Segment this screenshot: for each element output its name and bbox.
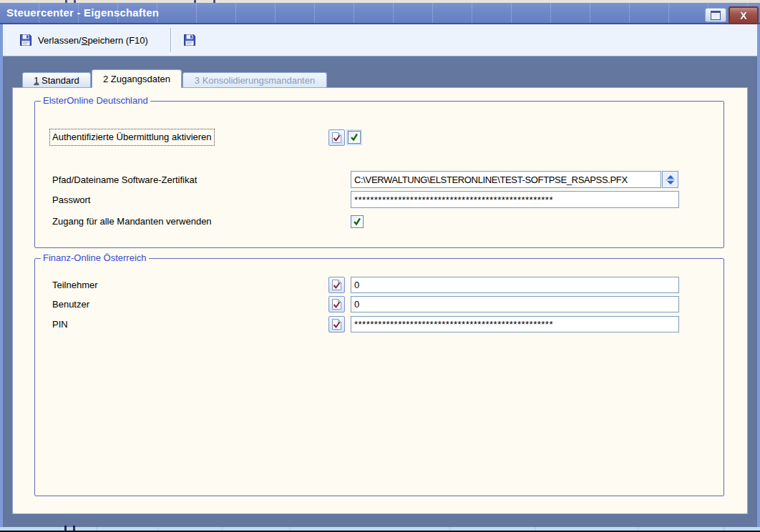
tab-konsolidierungsmandanten-label: 3 Konsolidierungsmandanten (195, 75, 315, 86)
cert-path-input[interactable]: C:\VERWALTUNG\ELSTERONLINE\TEST-SOFTPSE_… (351, 171, 661, 188)
tab-standard-label: 1 Standard (34, 75, 79, 86)
group-title: ElsterOnline Deutschland (41, 95, 150, 107)
window-title: Steuercenter - Eigenschaften (6, 6, 159, 19)
all-clients-label: Zugang für alle Mandanten verwenden (52, 214, 212, 230)
check-page-icon (331, 318, 342, 330)
toolbar-separator (170, 28, 171, 52)
auth-checkbox-halo (346, 129, 362, 145)
check-page-icon (331, 279, 342, 291)
save-floppy-icon (182, 33, 197, 47)
title-bar[interactable]: Steuercenter - Eigenschaften X (0, 3, 760, 24)
restore-icon (711, 11, 721, 20)
background-app-strip-bottom (0, 527, 760, 532)
checkmark-icon (350, 133, 359, 142)
save-button[interactable] (177, 29, 203, 51)
group-finanz-online-oesterreich: Finanz-Online Österreich (34, 258, 724, 496)
password-input[interactable]: ****************************************… (351, 191, 679, 208)
tab-standard[interactable]: 1 Standard (22, 72, 91, 87)
cert-path-spinner-button[interactable] (662, 171, 678, 188)
up-arrow-icon (667, 175, 674, 179)
auth-verify-button[interactable] (328, 129, 345, 146)
pin-label: PIN (52, 317, 68, 332)
save-floppy-icon (19, 33, 33, 47)
checkmark-icon (353, 217, 361, 226)
check-page-icon (331, 132, 342, 144)
cert-path-label: Pfad/Dateiname Software-Zertifikat (52, 172, 197, 188)
check-page-icon (331, 298, 342, 310)
close-button[interactable]: X (729, 6, 759, 24)
password-label: Passwort (52, 192, 90, 208)
restore-button[interactable] (705, 8, 726, 22)
down-arrow-icon (667, 181, 674, 184)
group-title: Finanz-Online Österreich (41, 252, 149, 264)
tab-konsolidierungsmandanten[interactable]: 3 Konsolidierungsmandanten (182, 72, 327, 87)
user-label: Benutzer (52, 297, 89, 312)
user-input[interactable]: 0 (351, 296, 679, 312)
close-icon: X (740, 10, 746, 21)
auth-checkbox[interactable] (348, 131, 361, 144)
tab-zugangsdaten-label: 2 Zugangsdaten (103, 74, 170, 84)
auth-transmission-label: Authentifizierte Übermittlung aktivieren (49, 129, 215, 146)
user-verify-button[interactable] (328, 296, 345, 312)
participant-verify-button[interactable] (328, 277, 345, 293)
tab-page-zugangsdaten: ElsterOnline Deutschland Authentifiziert… (12, 87, 748, 514)
participant-label: Teilnehmer (52, 277, 98, 293)
participant-input[interactable]: 0 (351, 277, 679, 293)
pin-verify-button[interactable] (328, 316, 345, 332)
window-border-right (757, 24, 760, 527)
tab-zugangsdaten[interactable]: 2 Zugangsdaten (92, 69, 182, 88)
background-grid-line (73, 526, 75, 532)
background-grid-line (64, 526, 67, 532)
toolbar: Verlassen/Speichern (F10) (3, 24, 757, 56)
pin-input[interactable]: ****************************************… (351, 316, 679, 332)
save-exit-label: Verlassen/Speichern (F10) (38, 35, 148, 46)
save-exit-button[interactable]: Verlassen/Speichern (F10) (13, 29, 154, 51)
steuercenter-window: Steuercenter - Eigenschaften X Verlassen… (0, 0, 760, 532)
all-clients-checkbox[interactable] (351, 215, 364, 228)
